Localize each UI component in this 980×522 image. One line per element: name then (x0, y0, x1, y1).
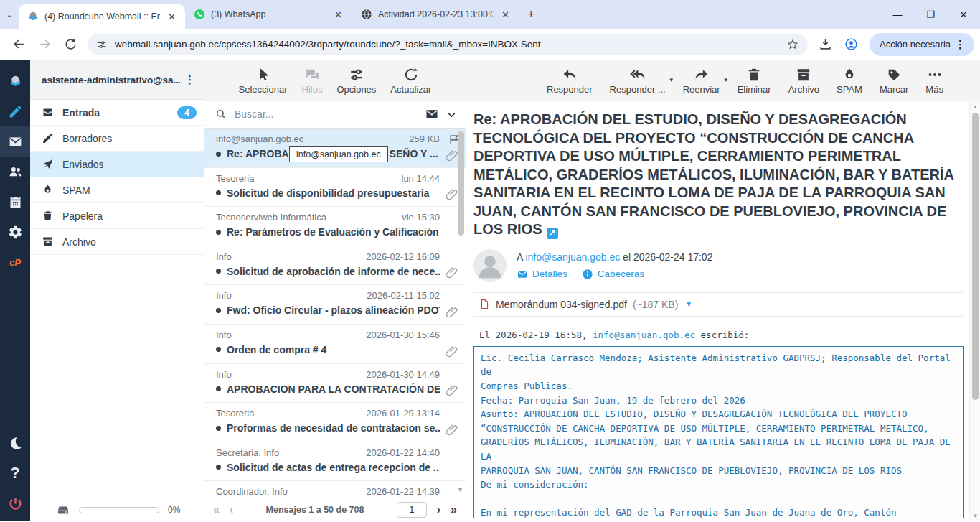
message-list-item[interactable]: Tecnoserviweb Informáticavie 15:30 Re: P… (204, 207, 466, 246)
search-options-chevron-icon[interactable] (446, 109, 457, 120)
scroll-up-icon[interactable]: ▲ (970, 103, 980, 110)
tab-close-icon[interactable]: ✕ (166, 11, 178, 22)
message-date: 2026-02-11 15:02 (367, 290, 440, 301)
responder-button[interactable]: ▼Responder ... (610, 67, 666, 95)
reader-scrollbar-thumb[interactable] (972, 113, 979, 400)
browser-tab[interactable]: (3) WhatsApp✕ (185, 0, 352, 29)
dropdown-caret-icon[interactable]: ▼ (723, 77, 729, 83)
page-number-input[interactable]: 1 (397, 502, 427, 518)
message-list-item[interactable]: Info2026-02-11 15:02 Fwd: Oficio Circula… (204, 285, 466, 325)
actualizar-button[interactable]: Actualizar (390, 67, 431, 95)
reload-button[interactable] (59, 33, 82, 56)
folder-item-spam[interactable]: SPAM (30, 177, 204, 203)
cpanel-icon[interactable]: cP (0, 247, 30, 277)
browser-menu-icon[interactable]: ⋮ (951, 38, 970, 51)
eliminar-button[interactable]: Eliminar (738, 67, 771, 95)
search-input[interactable]: Buscar... (235, 108, 418, 120)
open-external-icon[interactable]: ↗ (547, 228, 558, 239)
site-settings-icon[interactable] (96, 39, 108, 50)
trash-icon (746, 67, 762, 83)
message-list-item[interactable]: Tesorerialun 14:44 Solicitud de disponib… (204, 168, 466, 208)
reader-scrollbar[interactable]: ▲ ▼ (969, 101, 980, 521)
list-scrollbar-thumb[interactable] (458, 131, 464, 236)
back-button[interactable] (7, 33, 30, 56)
search-bar[interactable]: Buscar... (204, 101, 466, 129)
url-text[interactable]: webmail.sanjuan.gob.ec/cpsess1364244002/… (115, 39, 786, 50)
calendar-nav-button[interactable] (0, 187, 30, 217)
tab-close-icon[interactable]: ✕ (499, 9, 512, 20)
compose-button[interactable] (0, 96, 30, 126)
next-page-button[interactable]: › (437, 503, 440, 516)
spam-button[interactable]: SPAM (837, 67, 862, 95)
window-close-button[interactable]: ✕ (947, 9, 980, 20)
toolbar-button-label: SPAM (837, 84, 862, 95)
download-icon[interactable] (814, 33, 837, 56)
settings-nav-button[interactable] (0, 217, 30, 247)
tab-close-icon[interactable]: ✕ (332, 9, 344, 20)
headers-link[interactable]: Cabeceras (582, 269, 644, 280)
message-list-item[interactable]: info@sanjuan.gob.ec259 KB Re: APROBACIin… (204, 129, 466, 168)
message-sender: Info (216, 369, 360, 380)
tab-title: Actividad 2026-02-23 13:00:00 (378, 9, 494, 19)
info-icon (582, 269, 593, 280)
scroll-down-icon[interactable]: ▼ (970, 513, 980, 519)
details-link[interactable]: Detalles (517, 269, 567, 280)
quoted-sender-link[interactable]: info@sanjuan.gob.ec (593, 330, 695, 340)
window-minimize-button[interactable]: — (881, 9, 914, 20)
responder-button[interactable]: Responder (547, 67, 593, 95)
action-needed-button[interactable]: Acción necesaria ⋮ (870, 33, 974, 56)
first-page-button[interactable]: « (213, 503, 220, 516)
folder-item-borradores[interactable]: Borradores (30, 126, 204, 152)
recipient-line: A info@sanjuan.gob.ec el 2026-02-24 17:0… (517, 251, 712, 263)
opciones-button[interactable]: Opciones (336, 67, 376, 95)
más-button[interactable]: Más (925, 67, 943, 95)
reply-all-icon (630, 67, 646, 83)
sender-tooltip: info@sanjuan.gob.ec (289, 148, 388, 159)
attachment-item[interactable]: Memorándum 034-signed.pdf (~187 KB) ▼ (473, 292, 963, 317)
tab-list-chevron-icon[interactable]: ⌄ (0, 10, 19, 19)
profile-avatar-icon[interactable] (839, 33, 862, 56)
new-tab-button[interactable]: + (519, 7, 544, 22)
search-scope-mail-icon[interactable] (425, 107, 439, 121)
folder-item-papelera[interactable]: Papelera (30, 203, 204, 229)
message-list-item[interactable]: Tesoreria2026-01-29 13:14 Proformas de n… (204, 403, 466, 442)
search-icon (215, 108, 227, 121)
dropdown-caret-icon[interactable]: ▼ (669, 77, 674, 83)
message-list-item[interactable]: Info2026-01-30 15:46 Orden de compra # 4 (204, 325, 466, 364)
contacts-nav-button[interactable] (0, 157, 30, 187)
recipient-email-link[interactable]: info@sanjuan.gob.ec (525, 251, 620, 263)
browser-tab[interactable]: Actividad 2026-02-23 13:00:00✕ (352, 0, 519, 29)
account-header[interactable]: asistente-administrativo@sa... ⋮ (30, 60, 204, 100)
message-date: 2026-01-22 14:40 (366, 447, 440, 458)
browser-tab[interactable]: (4) Roundcube Webmail :: Envia✕ (19, 4, 185, 29)
bookmark-star-icon[interactable] (786, 38, 799, 51)
trash-icon (42, 210, 54, 222)
address-bar[interactable]: webmail.sanjuan.gob.ec/cpsess1364244002/… (88, 34, 808, 55)
help-icon[interactable]: ? (0, 458, 30, 488)
message-list-item[interactable]: Info2026-01-30 14:49 APROBACION PARA LA … (204, 364, 466, 404)
folder-item-archivo[interactable]: Archivo (30, 229, 204, 255)
seleccionar-button[interactable]: Seleccionar (239, 67, 288, 95)
unread-dot-icon (216, 308, 221, 313)
dark-mode-icon[interactable] (0, 428, 30, 458)
last-page-button[interactable]: » (451, 503, 457, 516)
archivo-button[interactable]: Archivo (788, 67, 819, 95)
message-list-item[interactable]: Info2026-02-12 16:09 Solicitud de aproba… (204, 246, 466, 286)
mail-nav-button[interactable] (0, 126, 30, 157)
message-date: 2026-01-30 15:46 (366, 330, 440, 340)
marcar-button[interactable]: Marcar (880, 67, 908, 95)
folder-label: Borradores (62, 133, 197, 144)
logout-power-icon[interactable] (0, 488, 30, 518)
window-restore-button[interactable]: ❐ (914, 9, 947, 20)
reenviar-button[interactable]: ▼Reenviar (683, 67, 720, 95)
list-scrollbar-down-icon[interactable]: ▼ (457, 486, 463, 493)
message-list-item[interactable]: Coordinador, Info2026-01-22 14:39 (204, 481, 466, 498)
prev-page-button[interactable]: ‹ (230, 503, 233, 516)
attachment-menu-caret-icon[interactable]: ▼ (685, 300, 692, 308)
folder-item-enviados[interactable]: Enviados (30, 152, 204, 177)
folder-menu-icon[interactable]: ⋮ (180, 73, 199, 86)
forward-button[interactable] (33, 33, 56, 56)
hilos-button[interactable]: Hilos (302, 67, 323, 95)
message-list-item[interactable]: Secretaria, Info2026-01-22 14:40 Solicit… (204, 442, 466, 482)
folder-item-entrada[interactable]: Entrada4 (30, 100, 204, 126)
